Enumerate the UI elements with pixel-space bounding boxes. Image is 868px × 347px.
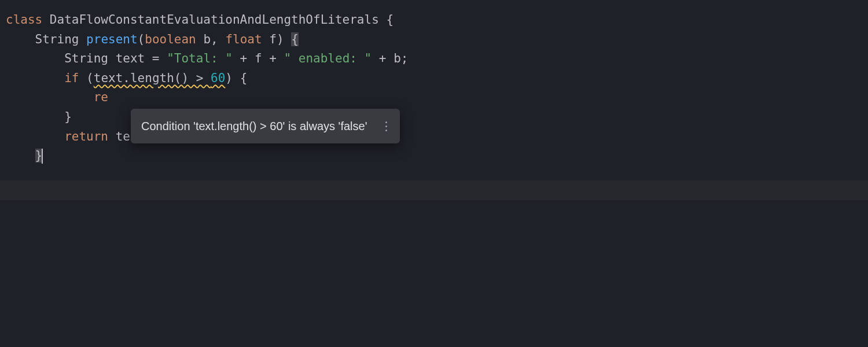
code-line-8[interactable]: } — [6, 146, 862, 166]
code-line-5[interactable]: re — [6, 88, 862, 108]
var-decl: String text = — [64, 51, 167, 65]
indent — [6, 130, 64, 143]
tooltip-message: Condition 'text.length() > 60' is always… — [141, 117, 367, 135]
indent — [6, 110, 64, 124]
brace-open-match: { — [291, 32, 299, 46]
post-cond: ) { — [225, 71, 247, 85]
indent — [6, 149, 35, 163]
partial-return: re — [94, 90, 108, 104]
string-literal-1: "Total: " — [167, 51, 233, 65]
pre-cond: ( — [79, 71, 93, 85]
more-vertical-icon — [385, 130, 387, 131]
return-type: String — [35, 32, 87, 46]
paren-close: ) — [277, 32, 291, 46]
method-name: present — [86, 32, 138, 46]
string-literal-2: " enabled: " — [284, 51, 372, 65]
warning-condition-num: 60 — [211, 71, 225, 85]
indent — [6, 71, 64, 85]
more-vertical-icon — [385, 125, 387, 127]
paren-open: ( — [138, 32, 145, 46]
keyword-class: class — [6, 13, 42, 27]
keyword-return: return — [64, 130, 108, 143]
keyword-if: if — [64, 71, 79, 85]
param2-name: f — [262, 32, 277, 46]
code-editor[interactable]: class DataFlowConstantEvaluationAndLengt… — [0, 0, 868, 176]
code-line-3[interactable]: String text = "Total: " + f + " enabled:… — [6, 49, 862, 69]
brace-open: { — [386, 13, 393, 27]
param1-name: b — [196, 32, 211, 46]
code-line-4[interactable]: if (text.length() > 60) { — [6, 69, 862, 88]
concat-2: + b; — [372, 51, 408, 65]
comma: , — [211, 32, 225, 46]
code-line-1[interactable]: class DataFlowConstantEvaluationAndLengt… — [6, 10, 862, 30]
param1-type: boolean — [145, 32, 196, 46]
warning-condition-call: text.length() > — [94, 71, 211, 85]
brace-close: } — [64, 110, 72, 124]
class-name: DataFlowConstantEvaluationAndLengthOfLit… — [42, 13, 386, 27]
code-line-2[interactable]: String present(boolean b, float f) { — [6, 30, 862, 50]
tooltip-more-actions-button[interactable] — [383, 119, 389, 134]
inspection-tooltip[interactable]: Condition 'text.length() > 60' is always… — [131, 109, 400, 143]
text-caret — [42, 149, 43, 164]
indent — [6, 90, 94, 104]
indent — [6, 51, 64, 65]
param2-type: float — [225, 32, 262, 46]
more-vertical-icon — [385, 121, 387, 123]
concat-1: + f + — [233, 51, 284, 65]
indent — [6, 32, 35, 46]
